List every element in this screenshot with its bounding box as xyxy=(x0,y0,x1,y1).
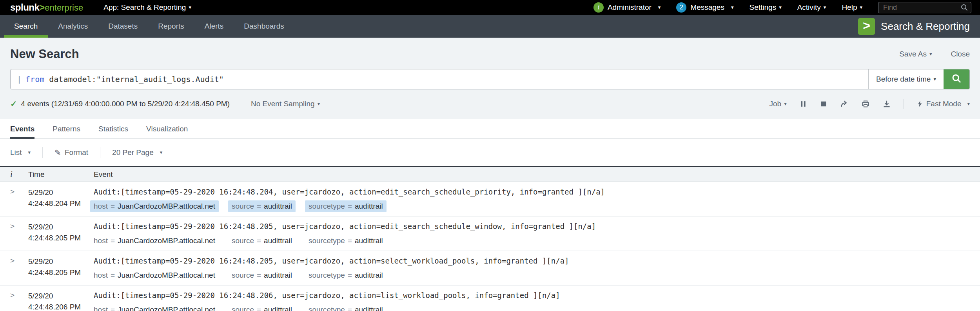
event-time[interactable]: 5/29/20 4:24:48.205 PM xyxy=(28,216,94,251)
view-type-menu[interactable]: List ▾ xyxy=(10,148,31,157)
nav-item-datasets[interactable]: Datasets xyxy=(98,15,148,38)
event-time[interactable]: 5/29/20 4:24:48.206 PM xyxy=(28,286,94,311)
magnifier-icon xyxy=(951,73,962,85)
event-raw-text: Audit:[timestamp=05-29-2020 16:24:48.204… xyxy=(94,187,971,197)
app-menu[interactable]: App: Search & Reporting ▾ xyxy=(103,3,191,12)
search-button[interactable] xyxy=(944,69,969,89)
top-bar: splunk>enterprise App: Search & Reportin… xyxy=(0,0,980,15)
find-box xyxy=(878,2,971,13)
expand-chevron-icon[interactable]: > xyxy=(0,182,28,216)
field-sourcetype[interactable]: sourcetype=audittrail xyxy=(305,235,387,247)
field-sourcetype[interactable]: sourcetype=audittrail xyxy=(305,200,387,212)
divider xyxy=(904,99,904,109)
field-host[interactable]: host=JuanCardozoMBP.attlocal.net xyxy=(90,269,219,281)
messages-menu[interactable]: 2 Messages ▾ xyxy=(676,2,733,13)
event-row: > 5/29/20 4:24:48.206 PM Audit:[timestam… xyxy=(0,286,980,311)
tab-events[interactable]: Events xyxy=(10,119,34,138)
search-mode-menu[interactable]: Fast Mode ▾ xyxy=(916,100,970,108)
event-fields: host=JuanCardozoMBP.attlocal.net source=… xyxy=(90,269,971,281)
col-header-info: i xyxy=(0,169,28,179)
export-button[interactable] xyxy=(882,100,891,108)
event-row: > 5/29/20 4:24:48.204 PM Audit:[timestam… xyxy=(0,182,980,216)
field-sourcetype[interactable]: sourcetype=audittrail xyxy=(305,269,387,281)
save-as-menu[interactable]: Save As ▾ xyxy=(899,50,932,58)
expand-chevron-icon[interactable]: > xyxy=(0,286,28,311)
tab-visualization[interactable]: Visualization xyxy=(146,119,188,138)
event-cell: Audit:[timestamp=05-29-2020 16:24:48.206… xyxy=(94,286,980,311)
query-rest: datamodel:"internal_audit_logs.Audit" xyxy=(44,75,224,84)
field-host[interactable]: host=JuanCardozoMBP.attlocal.net xyxy=(90,304,219,311)
job-menu[interactable]: Job ▾ xyxy=(769,100,787,108)
nav-item-alerts[interactable]: Alerts xyxy=(194,15,234,38)
messages-label: Messages xyxy=(690,3,724,12)
page-title: New Search xyxy=(10,47,79,61)
pause-button[interactable] xyxy=(799,100,807,108)
field-sourcetype[interactable]: sourcetype=audittrail xyxy=(305,304,387,311)
chevron-down-icon: ▾ xyxy=(824,4,826,10)
event-sampling-menu[interactable]: No Event Sampling ▾ xyxy=(251,100,320,108)
stop-button[interactable] xyxy=(820,100,828,108)
field-source[interactable]: source=audittrail xyxy=(228,200,296,212)
query-command: from xyxy=(25,75,44,84)
topbar-right: i Administrator ▾ 2 Messages ▾ Settings … xyxy=(593,2,980,13)
app-title: Search & Reporting xyxy=(881,20,970,33)
field-source[interactable]: source=audittrail xyxy=(228,269,296,281)
nav-item-analytics[interactable]: Analytics xyxy=(48,15,98,38)
event-cell: Audit:[timestamp=05-29-2020 16:24:48.205… xyxy=(94,216,980,251)
close-button[interactable]: Close xyxy=(951,50,970,58)
messages-count-badge: 2 xyxy=(676,2,686,13)
tab-patterns[interactable]: Patterns xyxy=(53,119,80,138)
nav-item-dashboards[interactable]: Dashboards xyxy=(234,15,294,38)
event-raw-text: Audit:[timestamp=05-29-2020 16:24:48.205… xyxy=(94,256,971,266)
event-cell: Audit:[timestamp=05-29-2020 16:24:48.204… xyxy=(94,182,980,216)
event-cell: Audit:[timestamp=05-29-2020 16:24:48.205… xyxy=(94,251,980,285)
chevron-down-icon: ▾ xyxy=(318,101,320,107)
event-row: > 5/29/20 4:24:48.205 PM Audit:[timestam… xyxy=(0,216,980,251)
field-source[interactable]: source=audittrail xyxy=(228,304,296,311)
expand-chevron-icon[interactable]: > xyxy=(0,216,28,251)
expand-chevron-icon[interactable]: > xyxy=(0,251,28,285)
time-range-picker[interactable]: Before date time ▾ xyxy=(868,69,944,89)
format-menu[interactable]: ✎ Format xyxy=(54,148,88,157)
event-time[interactable]: 5/29/20 4:24:48.205 PM xyxy=(28,251,94,285)
divider xyxy=(42,147,43,158)
share-button[interactable] xyxy=(840,100,849,108)
col-header-time: Time xyxy=(28,170,94,179)
chevron-down-icon: ▾ xyxy=(160,149,163,155)
user-menu[interactable]: i Administrator ▾ xyxy=(593,2,661,13)
search-header-section: New Search Save As ▾ Close |from datamod… xyxy=(0,38,980,119)
field-source[interactable]: source=audittrail xyxy=(228,235,296,247)
splunk-logo[interactable]: splunk>enterprise xyxy=(10,2,83,13)
print-button[interactable] xyxy=(861,100,870,108)
chevron-down-icon: ▾ xyxy=(658,4,661,10)
tab-statistics[interactable]: Statistics xyxy=(98,119,128,138)
nav-item-search[interactable]: Search xyxy=(4,15,48,38)
help-menu[interactable]: Help ▾ xyxy=(842,3,862,12)
per-page-menu[interactable]: 20 Per Page ▾ xyxy=(112,148,162,157)
event-fields: host=JuanCardozoMBP.attlocal.net source=… xyxy=(90,304,971,311)
chevron-down-icon: ▾ xyxy=(929,51,932,57)
results-tabs: Events Patterns Statistics Visualization xyxy=(0,119,980,139)
activity-menu[interactable]: Activity ▾ xyxy=(797,3,826,12)
find-input[interactable] xyxy=(878,4,957,12)
check-icon: ✓ xyxy=(10,99,17,109)
events-summary: 4 events (12/31/69 4:00:00.000 PM to 5/2… xyxy=(21,100,230,108)
field-host[interactable]: host=JuanCardozoMBP.attlocal.net xyxy=(90,235,219,247)
event-time[interactable]: 5/29/20 4:24:48.204 PM xyxy=(28,182,94,216)
field-host[interactable]: host=JuanCardozoMBP.attlocal.net xyxy=(90,200,219,212)
lightning-icon xyxy=(916,100,923,108)
chevron-down-icon: ▾ xyxy=(28,149,31,155)
logo-brand: splunk xyxy=(10,2,39,13)
search-query-input[interactable]: |from datamodel:"internal_audit_logs.Aud… xyxy=(11,69,868,89)
events-table: i Time Event > 5/29/20 4:24:48.204 PM Au… xyxy=(0,166,980,311)
chevron-down-icon: ▾ xyxy=(731,4,734,10)
chevron-down-icon: ▾ xyxy=(779,4,782,10)
divider xyxy=(100,147,100,158)
health-status-icon[interactable]: i xyxy=(593,2,604,13)
search-icon[interactable] xyxy=(957,2,971,13)
settings-menu[interactable]: Settings ▾ xyxy=(749,3,781,12)
help-label: Help xyxy=(842,3,857,12)
nav-item-reports[interactable]: Reports xyxy=(148,15,194,38)
job-status-bar: ✓ 4 events (12/31/69 4:00:00.000 PM to 5… xyxy=(10,89,970,119)
event-raw-text: Audit:[timestamp=05-29-2020 16:24:48.205… xyxy=(94,221,971,232)
